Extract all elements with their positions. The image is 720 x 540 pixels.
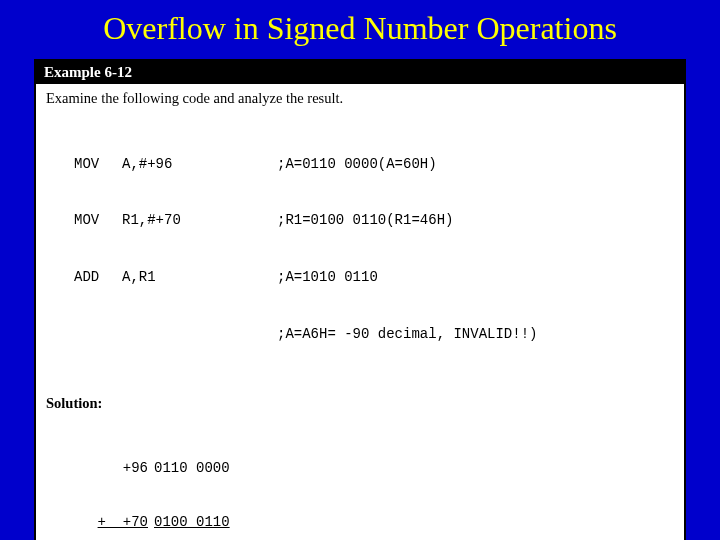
code-arg: R1,#+70 <box>122 211 277 230</box>
code-row: MOV A,#+96 ;A=0110 0000(A=60H) <box>74 155 674 174</box>
math-bits: 0100 0110 <box>154 513 254 531</box>
example-body: Examine the following code and analyze t… <box>36 84 684 540</box>
code-arg: A,R1 <box>122 268 277 287</box>
code-row: ;A=A6H= -90 decimal, INVALID!!) <box>74 325 674 344</box>
math-bits: 0110 0000 <box>154 459 254 477</box>
code-comment: ;A=1010 0110 <box>277 268 674 287</box>
code-comment: ;A=A6H= -90 decimal, INVALID!!) <box>277 325 674 344</box>
code-op: MOV <box>74 155 122 174</box>
solution-label: Solution: <box>46 395 674 412</box>
code-row: ADD A,R1 ;A=1010 0110 <box>74 268 674 287</box>
code-comment: ;A=0110 0000(A=60H) <box>277 155 674 174</box>
code-comment: ;R1=0100 0110(R1=46H) <box>277 211 674 230</box>
code-row: MOV R1,#+70 ;R1=0100 0110(R1=46H) <box>74 211 674 230</box>
math-row: + +70 0100 0110 <box>82 513 674 531</box>
code-block: MOV A,#+96 ;A=0110 0000(A=60H) MOV R1,#+… <box>74 117 674 381</box>
code-op: ADD <box>74 268 122 287</box>
math-left: +96 <box>82 459 154 477</box>
math-left: + +70 <box>82 513 154 531</box>
code-arg: A,#+96 <box>122 155 277 174</box>
code-arg <box>122 325 277 344</box>
code-op <box>74 325 122 344</box>
example-header: Example 6-12 <box>36 61 684 84</box>
slide-title: Overflow in Signed Number Operations <box>0 0 720 55</box>
math-row: +96 0110 0000 <box>82 459 674 477</box>
code-op: MOV <box>74 211 122 230</box>
math-block: +96 0110 0000 + +70 0100 0110 + 166 1010… <box>82 422 674 540</box>
example-prompt: Examine the following code and analyze t… <box>46 90 674 107</box>
example-box: Example 6-12 Examine the following code … <box>34 59 686 540</box>
